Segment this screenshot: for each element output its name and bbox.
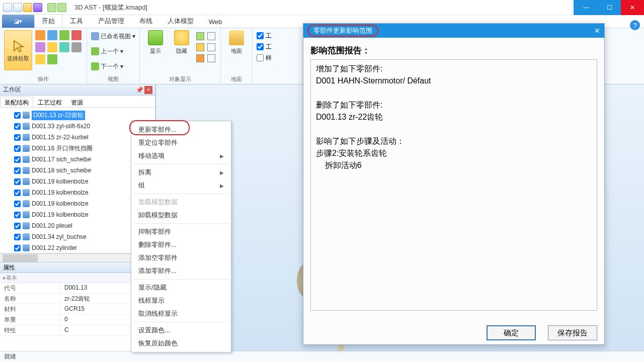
tree-checkbox[interactable] — [14, 212, 21, 218]
part-icon — [23, 178, 30, 185]
panel-close-icon[interactable]: × — [144, 86, 152, 94]
prop-key: 单重 — [0, 315, 60, 325]
tree-checkbox[interactable] — [14, 234, 21, 240]
tree-label: D001.34 zyl_buchse — [32, 233, 87, 240]
context-item[interactable]: 卸载模型数据 — [131, 209, 231, 222]
new2-icon[interactable] — [13, 3, 22, 12]
context-item[interactable]: 组▶ — [131, 179, 231, 192]
ok-button[interactable]: 确定 — [487, 325, 536, 340]
subtab-resource[interactable]: 资源 — [66, 97, 88, 107]
context-item[interactable]: 恢复原始颜色 — [131, 337, 231, 350]
context-item[interactable]: 删除零部件... — [131, 238, 231, 251]
tree-checkbox[interactable] — [14, 201, 21, 207]
maximize-button[interactable]: ☐ — [598, 0, 621, 15]
context-item[interactable]: 添加零部件... — [131, 264, 231, 278]
tree-checkbox[interactable] — [14, 245, 21, 251]
context-item[interactable]: 线框显示 — [131, 294, 231, 307]
tree-label: D001.19 kolbenbolze — [32, 211, 89, 218]
impact-dialog: 零部件更新影响范围 ✕ 影响范围报告： 增加了如下零部件:D001 HAHN-S… — [303, 23, 605, 345]
prop-key: 名称 — [0, 294, 60, 304]
quick-access-toolbar — [0, 2, 69, 13]
prev-icon — [91, 47, 99, 55]
context-item[interactable]: 设置颜色... — [131, 324, 231, 337]
context-item[interactable]: 更新零部件... — [131, 123, 231, 136]
save-icon[interactable] — [33, 3, 42, 12]
dialog-close-icon[interactable]: ✕ — [594, 27, 600, 35]
context-item[interactable]: 重定位零部件 — [131, 136, 231, 149]
tab-web[interactable]: Web — [201, 16, 230, 28]
next-icon — [91, 62, 99, 70]
context-item: 加载模型数据 — [131, 196, 231, 209]
part-icon — [23, 211, 30, 218]
tree-checkbox[interactable] — [14, 223, 21, 229]
ribbon-group-objshow: 显示 隐藏 对象显示 — [140, 28, 221, 84]
status-bar: 就绪 — [0, 351, 644, 362]
save-report-button[interactable]: 保存报告 — [548, 325, 597, 340]
tab-tools[interactable]: 工具 — [62, 14, 91, 28]
context-item[interactable]: 抑制零部件 — [131, 225, 231, 238]
part-icon — [23, 200, 30, 207]
context-item[interactable]: 添加空零部件 — [131, 251, 231, 264]
tree-checkbox[interactable] — [14, 190, 21, 196]
tree-checkbox[interactable] — [14, 167, 21, 174]
context-item[interactable]: 移动选项▶ — [131, 149, 231, 162]
app-button[interactable]: ◪▾ — [2, 15, 34, 28]
tree-label: D001.17 sich_scheibe — [32, 156, 91, 163]
tree-label: D001.19 kolbenbolze — [32, 189, 89, 196]
check-2[interactable]: 工 — [257, 41, 272, 52]
check-1[interactable]: 工 — [257, 30, 272, 41]
bulb-icon — [174, 30, 189, 45]
subtab-structure[interactable]: 装配结构 — [0, 97, 33, 107]
ground-button[interactable]: 地面 — [225, 30, 248, 70]
part-icon — [23, 134, 30, 141]
check-3[interactable]: 样 — [257, 52, 272, 63]
next-view-button[interactable]: 下一个 ▾ — [91, 60, 135, 72]
open-icon[interactable] — [23, 3, 32, 12]
context-item[interactable]: 显示/隐藏 — [131, 281, 231, 294]
tree-checkbox[interactable] — [14, 178, 21, 185]
context-item[interactable]: 取消线框显示 — [131, 307, 231, 320]
close-button[interactable]: ✕ — [621, 0, 644, 15]
part-icon — [23, 123, 30, 130]
part-icon — [23, 156, 30, 163]
ground-icon — [229, 30, 244, 45]
prop-key: 代号 — [0, 283, 60, 293]
hide-button[interactable]: 隐藏 — [170, 30, 193, 70]
tree-checkbox[interactable] — [14, 145, 21, 152]
tree-label: D001.22 zylinder — [32, 244, 77, 251]
minimize-button[interactable]: — — [575, 0, 598, 15]
undo-icon[interactable] — [47, 3, 56, 12]
tree-label: D001.15 zr-22-kurbel — [32, 134, 89, 141]
show-button[interactable]: 显示 — [144, 30, 167, 70]
tree-checkbox[interactable] — [14, 123, 21, 130]
select-pick-button[interactable]: 选择拾取 — [4, 30, 32, 70]
report-header: 影响范围报告： — [310, 45, 597, 56]
tab-product[interactable]: 产品管理 — [91, 14, 132, 28]
tab-start[interactable]: 开始 — [34, 14, 62, 28]
prev-view-button[interactable]: 上一个 ▾ — [91, 45, 135, 57]
tree-checkbox[interactable] — [14, 112, 21, 119]
cursor-icon — [11, 39, 25, 53]
tree-label: D001.16 开口弹性挡圈 — [32, 144, 93, 153]
tree-label: D001.20 pleuel — [32, 222, 72, 229]
subtab-process[interactable]: 工艺过程 — [33, 97, 66, 107]
context-menu[interactable]: 更新零部件...重定位零部件移动选项▶拆离▶组▶加载模型数据卸载模型数据抑制零部… — [131, 121, 231, 352]
dialog-header[interactable]: 零部件更新影响范围 ✕ — [303, 24, 604, 38]
help-icon[interactable]: ? — [630, 20, 640, 30]
tree-checkbox[interactable] — [14, 134, 21, 141]
manipulate-grid[interactable] — [35, 30, 83, 70]
tree-checkbox[interactable] — [14, 156, 21, 163]
redo-icon[interactable] — [57, 3, 66, 12]
named-view-button[interactable]: 已命名视图 ▾ — [91, 30, 135, 42]
display-mode-grid[interactable] — [196, 32, 216, 63]
tab-wiring[interactable]: 布线 — [132, 14, 160, 28]
tab-human[interactable]: 人体模型 — [160, 14, 201, 28]
part-icon — [23, 189, 30, 196]
tree-label: D001.13 zr-22齿轮 — [32, 111, 85, 120]
new-icon[interactable] — [3, 3, 12, 12]
tree-item[interactable]: D001.13 zr-22齿轮 — [0, 110, 155, 121]
workspace-title: 工作区 — [3, 85, 21, 94]
context-item[interactable]: 拆离▶ — [131, 166, 231, 179]
dialog-title: 零部件更新影响范围 — [307, 25, 378, 37]
pin-icon[interactable]: 📌 — [135, 86, 143, 94]
